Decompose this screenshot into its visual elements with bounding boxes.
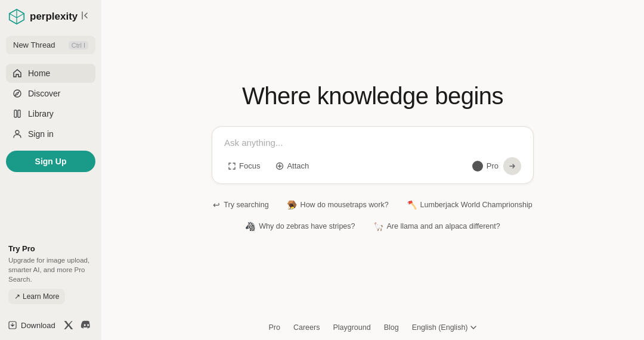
suggestion-text-4: Are llama and an alpaca different? (387, 222, 500, 230)
language-selector[interactable]: English (English) (412, 323, 477, 332)
suggestion-emoji-4: 🦙 (373, 222, 383, 231)
sidebar-item-discover-label: Discover (28, 89, 60, 98)
suggestion-emoji-0: ↩ (213, 200, 220, 210)
suggestion-chip-2[interactable]: 🪓 Lumberjack World Champrionship (401, 197, 538, 213)
sidebar-item-library[interactable]: Library (6, 104, 95, 123)
pro-dot (472, 161, 483, 171)
sidebar-item-signin-label: Sign in (28, 129, 54, 139)
focus-label: Focus (239, 161, 260, 170)
suggestion-chip-4[interactable]: 🦙 Are llama and an alpaca different? (367, 219, 506, 234)
new-thread-shortcut: Ctrl I (69, 41, 88, 49)
signup-button[interactable]: Sign Up (6, 151, 95, 172)
twitter-icon[interactable] (62, 319, 75, 332)
sidebar-item-discover[interactable]: Discover (6, 84, 95, 103)
new-thread-label: New Thread (13, 40, 55, 49)
logo-text: perplexity (30, 11, 78, 23)
download-button[interactable]: Download (8, 321, 55, 330)
signin-icon (12, 129, 23, 139)
svg-rect-3 (18, 110, 20, 117)
home-icon (12, 68, 23, 79)
try-pro-description: Upgrade for image upload, smarter AI, an… (8, 255, 93, 284)
nav-items: Home Discover Library Sign in (6, 64, 95, 144)
pro-label: Pro (487, 161, 499, 170)
suggestion-text-3: Why do zebras have stripes? (259, 222, 355, 230)
sidebar-item-signin[interactable]: Sign in (6, 124, 95, 144)
perplexity-logo-icon (8, 8, 25, 25)
sidebar-item-library-label: Library (28, 109, 54, 118)
suggestion-text-2: Lumberjack World Champrionship (420, 201, 532, 209)
sidebar-bottom: Try Pro Upgrade for image upload, smarte… (6, 244, 95, 332)
suggestion-emoji-3: 🦓 (245, 222, 255, 231)
suggestions-area: ↩ Try searching 🪤 How do mousetraps work… (194, 197, 552, 234)
new-thread-button[interactable]: New Thread Ctrl I (6, 36, 95, 54)
submit-button[interactable] (503, 157, 521, 175)
attach-label: Attach (287, 161, 309, 170)
main-footer: Pro Careers Playground Blog English (Eng… (269, 323, 477, 332)
learn-more-icon: ↗ (14, 292, 20, 301)
search-box: Focus Attach Pro (212, 126, 534, 184)
focus-icon (228, 162, 236, 170)
social-icons (62, 319, 93, 332)
download-label-text: Download (21, 321, 55, 330)
compass-icon (12, 88, 23, 99)
download-icon (8, 321, 17, 329)
sidebar-item-home-label: Home (28, 68, 50, 78)
suggestion-text-0: Try searching (224, 201, 268, 209)
suggestion-text-1: How do mousetraps work? (301, 201, 389, 209)
collapse-sidebar-button[interactable] (79, 10, 93, 24)
suggestion-chip-1[interactable]: 🪤 How do mousetraps work? (281, 197, 395, 213)
footer-link-blog[interactable]: Blog (384, 323, 399, 332)
try-pro-title: Try Pro (8, 244, 93, 253)
learn-more-button[interactable]: ↗ Learn More (8, 289, 65, 304)
footer-link-careers[interactable]: Careers (293, 323, 320, 332)
arrow-right-icon (508, 162, 516, 170)
sidebar-item-home[interactable]: Home (6, 64, 95, 83)
sidebar-footer: Download (8, 313, 93, 332)
chevron-down-icon (470, 324, 477, 331)
attach-button[interactable]: Attach (272, 159, 312, 173)
attach-icon (275, 162, 284, 170)
search-bottom: Focus Attach Pro (224, 157, 521, 175)
page-title: Where knowledge begins (242, 83, 503, 110)
suggestion-chip-0[interactable]: ↩ Try searching (207, 197, 274, 213)
footer-link-pro[interactable]: Pro (269, 323, 280, 332)
pro-indicator: Pro (472, 161, 499, 171)
sidebar-header: perplexity (6, 8, 95, 25)
logo-area: perplexity (8, 8, 78, 25)
footer-link-playground[interactable]: Playground (333, 323, 370, 332)
discord-icon[interactable] (80, 319, 93, 332)
learn-more-label: Learn More (23, 292, 59, 301)
search-input[interactable] (224, 138, 521, 148)
collapse-icon (81, 11, 91, 20)
language-label: English (English) (412, 323, 468, 332)
try-pro-section: Try Pro Upgrade for image upload, smarte… (8, 244, 93, 304)
svg-rect-2 (14, 110, 17, 117)
sidebar: perplexity New Thread Ctrl I Home Discov… (0, 0, 101, 340)
search-actions-left: Focus Attach (224, 159, 312, 173)
suggestion-emoji-2: 🪓 (407, 200, 417, 210)
focus-button[interactable]: Focus (224, 159, 264, 173)
svg-point-4 (16, 130, 19, 134)
main-content: Where knowledge begins Focus Attach (101, 0, 644, 340)
search-actions-right: Pro (472, 157, 521, 175)
suggestion-chip-3[interactable]: 🦓 Why do zebras have stripes? (239, 219, 361, 234)
suggestion-emoji-1: 🪤 (287, 200, 297, 210)
book-icon (12, 108, 23, 119)
